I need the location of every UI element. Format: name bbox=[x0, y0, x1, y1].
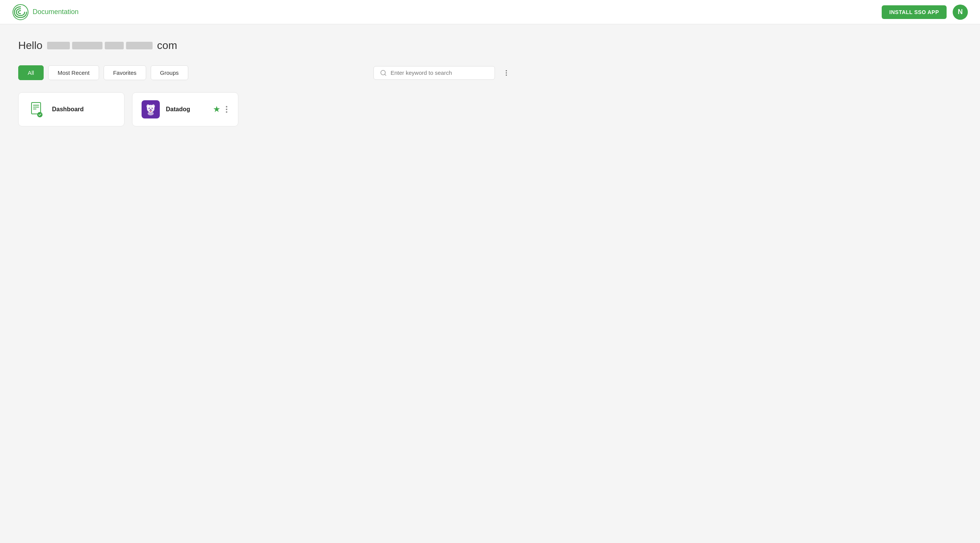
logo-link[interactable]: Documentation bbox=[12, 4, 79, 21]
svg-point-14 bbox=[149, 108, 150, 109]
app-header: Documentation INSTALL SSO APP N bbox=[0, 0, 980, 24]
datadog-menu-button[interactable] bbox=[224, 104, 229, 114]
svg-line-2 bbox=[385, 74, 386, 75]
tab-all[interactable]: All bbox=[18, 65, 44, 80]
svg-point-16 bbox=[150, 109, 151, 110]
kebab-dot-3 bbox=[226, 111, 228, 113]
redact-block-2 bbox=[72, 42, 102, 49]
tab-groups[interactable]: Groups bbox=[151, 65, 188, 80]
logo-icon bbox=[12, 4, 29, 21]
user-avatar[interactable]: N bbox=[953, 5, 968, 20]
filter-bar: All Most Recent Favorites Groups bbox=[18, 65, 513, 80]
svg-point-5 bbox=[506, 75, 507, 76]
apps-grid: Dashboard bbox=[18, 92, 513, 126]
redact-block-3 bbox=[105, 42, 124, 49]
svg-point-15 bbox=[152, 108, 153, 109]
dashboard-app-name: Dashboard bbox=[52, 106, 115, 113]
svg-point-13 bbox=[152, 104, 155, 108]
tab-most-recent[interactable]: Most Recent bbox=[48, 65, 99, 80]
greeting-hello: Hello bbox=[18, 40, 43, 52]
search-icon bbox=[380, 70, 387, 76]
greeting-domain: com bbox=[157, 40, 177, 52]
app-card-dashboard[interactable]: Dashboard bbox=[18, 92, 124, 126]
search-container bbox=[374, 66, 495, 80]
app-card-datadog[interactable]: Datadog ★ bbox=[132, 92, 239, 126]
main-content: Hello com All Most Recent Favorites Grou… bbox=[0, 24, 531, 142]
brand-label: Documentation bbox=[33, 8, 79, 16]
datadog-app-name: Datadog bbox=[166, 106, 207, 113]
install-sso-button[interactable]: INSTALL SSO APP bbox=[882, 5, 947, 19]
search-input[interactable] bbox=[391, 70, 488, 76]
greeting-redacted-name bbox=[47, 42, 153, 49]
more-options-button[interactable] bbox=[500, 66, 513, 80]
redact-block-1 bbox=[47, 42, 70, 49]
datadog-app-actions: ★ bbox=[213, 104, 229, 114]
greeting-section: Hello com bbox=[18, 40, 513, 52]
svg-point-18 bbox=[148, 111, 154, 115]
dashboard-icon-wrapper bbox=[28, 100, 46, 118]
vertical-dots-icon bbox=[503, 69, 510, 77]
dashboard-app-icon bbox=[29, 101, 45, 118]
tab-favorites[interactable]: Favorites bbox=[103, 65, 146, 80]
svg-point-3 bbox=[506, 70, 507, 71]
favorite-star-icon[interactable]: ★ bbox=[213, 104, 221, 114]
kebab-dot-1 bbox=[226, 106, 228, 107]
svg-point-12 bbox=[146, 104, 150, 108]
datadog-icon-wrapper bbox=[142, 100, 160, 118]
redact-block-4 bbox=[126, 42, 153, 49]
datadog-app-icon bbox=[142, 100, 160, 118]
svg-point-4 bbox=[506, 72, 507, 73]
kebab-dot-2 bbox=[226, 108, 228, 110]
